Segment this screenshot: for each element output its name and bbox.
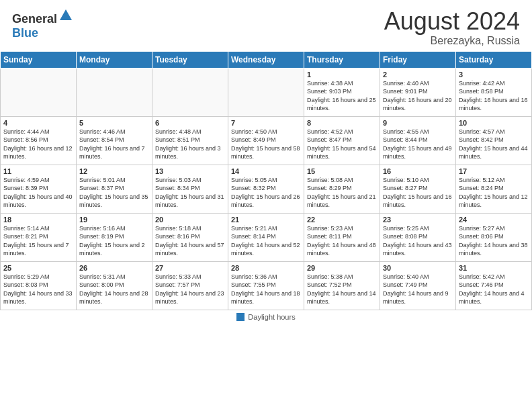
day-info: Sunrise: 5:23 AM Sunset: 8:11 PM Dayligh… <box>307 224 377 258</box>
day-number: 12 <box>79 167 149 175</box>
calendar-cell: 4Sunrise: 4:44 AM Sunset: 8:56 PM Daylig… <box>1 116 77 165</box>
day-number: 13 <box>155 167 225 175</box>
day-number: 2 <box>383 71 453 79</box>
day-info: Sunrise: 5:42 AM Sunset: 7:46 PM Dayligh… <box>459 273 529 306</box>
calendar-day-header: Wednesday <box>228 51 304 68</box>
calendar-day-header: Saturday <box>456 51 532 68</box>
calendar-cell <box>152 68 228 116</box>
calendar-cell: 23Sunrise: 5:25 AM Sunset: 8:08 PM Dayli… <box>380 213 456 261</box>
logo-general: General <box>12 12 57 26</box>
calendar-cell: 10Sunrise: 4:57 AM Sunset: 8:42 PM Dayli… <box>456 116 532 165</box>
calendar-cell: 7Sunrise: 4:50 AM Sunset: 8:49 PM Daylig… <box>228 116 304 165</box>
day-info: Sunrise: 5:14 AM Sunset: 8:21 PM Dayligh… <box>3 224 73 258</box>
day-info: Sunrise: 4:50 AM Sunset: 8:49 PM Dayligh… <box>231 128 301 161</box>
day-info: Sunrise: 5:05 AM Sunset: 8:32 PM Dayligh… <box>231 176 301 210</box>
calendar-day-header: Friday <box>380 51 456 68</box>
calendar-footer: Daylight hours <box>0 310 532 322</box>
location-title: Berezayka, Russia <box>384 35 520 47</box>
calendar-cell: 20Sunrise: 5:18 AM Sunset: 8:16 PM Dayli… <box>152 213 228 261</box>
calendar-week-row: 18Sunrise: 5:14 AM Sunset: 8:21 PM Dayli… <box>1 213 532 261</box>
day-info: Sunrise: 5:36 AM Sunset: 7:55 PM Dayligh… <box>231 273 301 306</box>
calendar-cell: 6Sunrise: 4:48 AM Sunset: 8:51 PM Daylig… <box>152 116 228 165</box>
calendar-cell <box>1 68 77 116</box>
calendar-cell: 26Sunrise: 5:31 AM Sunset: 8:00 PM Dayli… <box>77 261 152 310</box>
day-number: 22 <box>307 216 377 224</box>
day-number: 19 <box>79 216 149 224</box>
calendar-cell: 5Sunrise: 4:46 AM Sunset: 8:54 PM Daylig… <box>77 116 152 165</box>
day-info: Sunrise: 5:27 AM Sunset: 8:06 PM Dayligh… <box>459 224 529 258</box>
calendar-cell: 2Sunrise: 4:40 AM Sunset: 9:01 PM Daylig… <box>380 68 456 116</box>
title-area: August 2024 Berezayka, Russia <box>384 8 520 47</box>
day-number: 6 <box>155 119 225 127</box>
day-number: 8 <box>307 119 377 127</box>
calendar-cell: 3Sunrise: 4:42 AM Sunset: 8:58 PM Daylig… <box>456 68 532 116</box>
footer-dot-icon <box>236 313 245 321</box>
day-number: 11 <box>3 167 73 175</box>
calendar-header-row: SundayMondayTuesdayWednesdayThursdayFrid… <box>1 51 532 68</box>
svg-marker-0 <box>60 9 72 20</box>
day-number: 17 <box>459 167 529 175</box>
day-info: Sunrise: 4:44 AM Sunset: 8:56 PM Dayligh… <box>3 128 73 161</box>
day-info: Sunrise: 5:33 AM Sunset: 7:57 PM Dayligh… <box>155 273 225 306</box>
day-info: Sunrise: 5:01 AM Sunset: 8:37 PM Dayligh… <box>79 176 149 210</box>
calendar-cell: 12Sunrise: 5:01 AM Sunset: 8:37 PM Dayli… <box>77 165 152 213</box>
day-number: 15 <box>307 167 377 175</box>
calendar-cell: 21Sunrise: 5:21 AM Sunset: 8:14 PM Dayli… <box>228 213 304 261</box>
calendar-cell: 22Sunrise: 5:23 AM Sunset: 8:11 PM Dayli… <box>304 213 380 261</box>
day-info: Sunrise: 5:03 AM Sunset: 8:34 PM Dayligh… <box>155 176 225 210</box>
calendar-day-header: Monday <box>77 51 152 68</box>
day-number: 3 <box>459 71 529 79</box>
day-number: 31 <box>459 264 529 272</box>
day-number: 5 <box>79 119 149 127</box>
calendar-cell: 19Sunrise: 5:16 AM Sunset: 8:19 PM Dayli… <box>77 213 152 261</box>
calendar-week-row: 1Sunrise: 4:38 AM Sunset: 9:03 PM Daylig… <box>1 68 532 116</box>
calendar-cell <box>228 68 304 116</box>
day-number: 23 <box>383 216 453 224</box>
day-number: 24 <box>459 216 529 224</box>
calendar-cell: 31Sunrise: 5:42 AM Sunset: 7:46 PM Dayli… <box>456 261 532 310</box>
logo-blue: Blue <box>12 26 38 40</box>
day-info: Sunrise: 4:57 AM Sunset: 8:42 PM Dayligh… <box>459 128 529 161</box>
day-info: Sunrise: 5:08 AM Sunset: 8:29 PM Dayligh… <box>307 176 377 210</box>
calendar-cell: 1Sunrise: 4:38 AM Sunset: 9:03 PM Daylig… <box>304 68 380 116</box>
calendar-table: SundayMondayTuesdayWednesdayThursdayFrid… <box>0 51 532 310</box>
logo: General Blue <box>12 8 73 40</box>
day-info: Sunrise: 4:59 AM Sunset: 8:39 PM Dayligh… <box>3 176 73 210</box>
calendar-day-header: Thursday <box>304 51 380 68</box>
day-number: 25 <box>3 264 73 272</box>
day-info: Sunrise: 5:18 AM Sunset: 8:16 PM Dayligh… <box>155 224 225 258</box>
day-info: Sunrise: 5:31 AM Sunset: 8:00 PM Dayligh… <box>79 273 149 306</box>
calendar-cell: 18Sunrise: 5:14 AM Sunset: 8:21 PM Dayli… <box>1 213 77 261</box>
day-info: Sunrise: 5:25 AM Sunset: 8:08 PM Dayligh… <box>383 224 453 258</box>
calendar-cell: 29Sunrise: 5:38 AM Sunset: 7:52 PM Dayli… <box>304 261 380 310</box>
calendar-cell: 24Sunrise: 5:27 AM Sunset: 8:06 PM Dayli… <box>456 213 532 261</box>
day-info: Sunrise: 5:40 AM Sunset: 7:49 PM Dayligh… <box>383 273 453 306</box>
calendar-day-header: Tuesday <box>152 51 228 68</box>
calendar-cell: 14Sunrise: 5:05 AM Sunset: 8:32 PM Dayli… <box>228 165 304 213</box>
calendar-cell: 17Sunrise: 5:12 AM Sunset: 8:24 PM Dayli… <box>456 165 532 213</box>
calendar-cell: 8Sunrise: 4:52 AM Sunset: 8:47 PM Daylig… <box>304 116 380 165</box>
calendar-cell: 11Sunrise: 4:59 AM Sunset: 8:39 PM Dayli… <box>1 165 77 213</box>
day-number: 9 <box>383 119 453 127</box>
day-number: 21 <box>231 216 301 224</box>
day-number: 7 <box>231 119 301 127</box>
calendar-cell: 30Sunrise: 5:40 AM Sunset: 7:49 PM Dayli… <box>380 261 456 310</box>
day-number: 18 <box>3 216 73 224</box>
calendar-cell: 28Sunrise: 5:36 AM Sunset: 7:55 PM Dayli… <box>228 261 304 310</box>
day-info: Sunrise: 4:55 AM Sunset: 8:44 PM Dayligh… <box>383 128 453 161</box>
day-info: Sunrise: 4:48 AM Sunset: 8:51 PM Dayligh… <box>155 128 225 161</box>
page-header: General Blue August 2024 Berezayka, Russ… <box>0 0 532 51</box>
calendar-week-row: 25Sunrise: 5:29 AM Sunset: 8:03 PM Dayli… <box>1 261 532 310</box>
calendar-cell: 13Sunrise: 5:03 AM Sunset: 8:34 PM Dayli… <box>152 165 228 213</box>
calendar-cell <box>77 68 152 116</box>
calendar-cell: 9Sunrise: 4:55 AM Sunset: 8:44 PM Daylig… <box>380 116 456 165</box>
footer-label: Daylight hours <box>248 313 295 321</box>
day-number: 10 <box>459 119 529 127</box>
logo-icon <box>58 8 73 23</box>
day-info: Sunrise: 5:29 AM Sunset: 8:03 PM Dayligh… <box>3 273 73 306</box>
calendar-cell: 16Sunrise: 5:10 AM Sunset: 8:27 PM Dayli… <box>380 165 456 213</box>
day-number: 4 <box>3 119 73 127</box>
day-info: Sunrise: 5:38 AM Sunset: 7:52 PM Dayligh… <box>307 273 377 306</box>
day-number: 30 <box>383 264 453 272</box>
day-number: 16 <box>383 167 453 175</box>
